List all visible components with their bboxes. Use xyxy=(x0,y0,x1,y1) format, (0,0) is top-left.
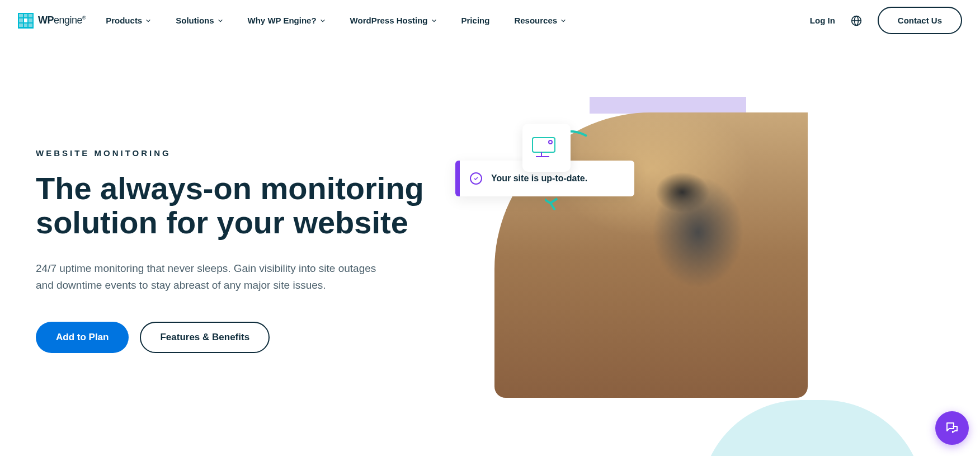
nav-solutions[interactable]: Solutions xyxy=(176,16,223,25)
nav-products[interactable]: Products xyxy=(106,16,151,25)
nav-label: Why WP Engine? xyxy=(248,16,317,25)
chevron-down-icon xyxy=(218,18,223,23)
hero-content: WEBSITE MONITORING The always-on monitor… xyxy=(36,148,439,354)
hero-subhead: 24/7 uptime monitoring that never sleeps… xyxy=(36,260,394,294)
svg-rect-3 xyxy=(533,138,555,152)
logo-mark-icon xyxy=(18,13,34,29)
status-text: Your site is up-to-date. xyxy=(491,173,587,184)
contact-button[interactable]: Contact Us xyxy=(878,7,962,34)
hero-headline: The always-on monitoring solution for yo… xyxy=(36,171,439,240)
nav-label: Solutions xyxy=(176,16,214,25)
chevron-down-icon xyxy=(320,18,326,23)
nav-resources[interactable]: Resources xyxy=(514,16,566,25)
nav-label: WordPress Hosting xyxy=(350,16,428,25)
login-link[interactable]: Log In xyxy=(810,16,835,25)
hero-section: WEBSITE MONITORING The always-on monitor… xyxy=(18,97,962,405)
svg-point-4 xyxy=(549,140,552,144)
decorative-lavender-box xyxy=(590,97,746,114)
camera-icon xyxy=(531,137,562,159)
header-right: Log In Contact Us xyxy=(810,7,962,34)
logo-text: WPengine® xyxy=(38,15,86,26)
check-circle-icon xyxy=(470,172,482,185)
site-header: WPengine® Products Solutions Why WP Engi… xyxy=(0,0,980,41)
nav-label: Products xyxy=(106,16,142,25)
nav-pricing[interactable]: Pricing xyxy=(461,16,490,25)
nav-label: Pricing xyxy=(461,16,490,25)
main-nav: Products Solutions Why WP Engine? WordPr… xyxy=(106,16,805,25)
chevron-down-icon xyxy=(431,18,437,23)
camera-card xyxy=(522,124,571,172)
chevron-down-icon xyxy=(145,18,151,23)
nav-hosting[interactable]: WordPress Hosting xyxy=(350,16,437,25)
nav-label: Resources xyxy=(514,16,557,25)
eyebrow-text: WEBSITE MONITORING xyxy=(36,148,439,158)
globe-icon[interactable] xyxy=(851,15,862,26)
features-button[interactable]: Features & Benefits xyxy=(140,322,270,353)
logo-link[interactable]: WPengine® xyxy=(18,13,86,29)
chevron-down-icon xyxy=(560,18,566,23)
add-to-plan-button[interactable]: Add to Plan xyxy=(36,322,129,353)
login-label: Log In xyxy=(810,16,835,25)
cta-row: Add to Plan Features & Benefits xyxy=(36,322,439,353)
hero-image-container: Your site is up-to-date. xyxy=(461,97,808,405)
nav-why[interactable]: Why WP Engine? xyxy=(248,16,326,25)
